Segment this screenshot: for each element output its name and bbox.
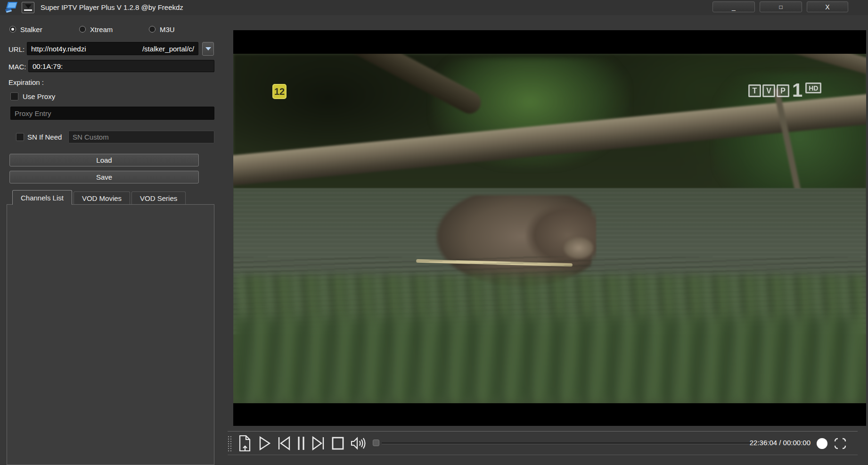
sn-custom-input[interactable] (68, 131, 214, 143)
save-button[interactable]: Save (9, 171, 199, 183)
hd-badge: HD (805, 83, 821, 93)
channel-logo-letter: P (777, 84, 789, 97)
tab-label: VOD Movies (82, 194, 122, 202)
video-frame (233, 54, 866, 403)
use-proxy-checkbox[interactable] (10, 92, 18, 100)
maximize-button[interactable]: □ (760, 1, 802, 12)
channel-logo-letter: T (748, 84, 761, 97)
proxy-entry-input[interactable] (10, 107, 214, 120)
window-title: Super IPTV Player Plus V 1.2.8 @by Freek… (41, 0, 183, 15)
pause-button[interactable] (296, 436, 306, 451)
sn-if-need-row: SN If Need (16, 133, 62, 141)
mode-radio[interactable]: M3U (149, 25, 175, 34)
toolbar-divider (228, 455, 858, 455)
expiration-label: Expiration : (8, 78, 44, 86)
chevron-down-icon (205, 47, 211, 50)
toolbar-divider (228, 431, 858, 432)
video-surface[interactable]: 12 TVP 1 HD (233, 30, 866, 426)
app-window: Super IPTV Player Plus V 1.2.8 @by Freek… (0, 0, 868, 465)
mac-label: MAC: (8, 63, 26, 71)
mode-radio-group: Stalker Xtream M3U (9, 25, 212, 34)
mac-input[interactable] (28, 60, 214, 72)
record-button[interactable] (817, 438, 827, 449)
radio-icon (149, 26, 156, 33)
url-input[interactable]: http://not4y.niedzi /stalker_portal/c/ (27, 42, 198, 55)
volume-button[interactable] (350, 436, 366, 450)
fullscreen-icon (834, 438, 847, 449)
url-value-end: /stalker_portal/c/ (142, 45, 194, 53)
tab-label: VOD Series (140, 194, 177, 202)
tab[interactable]: VOD Series (131, 191, 186, 205)
app-icon (4, 1, 18, 14)
close-button[interactable]: X (807, 1, 848, 12)
sn-if-need-label: SN If Need (27, 133, 62, 141)
url-value-start: http://not4y.niedzi (31, 45, 86, 53)
next-button[interactable] (311, 436, 326, 451)
minimize-button[interactable]: _ (712, 1, 755, 12)
mode-radio-label: Stalker (20, 25, 42, 33)
mode-radio-label: M3U (160, 25, 175, 33)
url-label: URL: (8, 45, 25, 53)
tab[interactable]: Channels List (12, 190, 72, 205)
mode-radio-label: Xtream (90, 25, 113, 33)
load-button[interactable]: Load (9, 154, 199, 166)
tab[interactable]: VOD Movies (74, 191, 130, 205)
seek-slider-thumb[interactable] (373, 440, 379, 446)
time-display: 22:36:04 / 00:00:00 (716, 439, 811, 447)
channels-tab-panel (7, 204, 214, 465)
tab-label: Channels List (21, 194, 64, 202)
play-button[interactable] (258, 436, 271, 451)
player-controls (228, 433, 366, 454)
seek-slider-track[interactable] (382, 442, 750, 444)
use-proxy-label: Use Proxy (23, 92, 55, 100)
menu-underline (24, 9, 32, 11)
tab-bar: Channels List VOD Movies VOD Series (12, 190, 186, 205)
previous-button[interactable] (277, 436, 291, 451)
fullscreen-button[interactable] (833, 437, 847, 450)
menu-dropdown-button[interactable] (22, 2, 34, 13)
chevron-down-icon (25, 4, 32, 8)
open-file-button[interactable] (238, 435, 252, 452)
radio-icon (79, 26, 86, 33)
mode-radio[interactable]: Xtream (79, 25, 149, 34)
url-dropdown-button[interactable] (202, 42, 214, 56)
channel-logo-letter: V (762, 84, 775, 97)
radio-icon (9, 26, 16, 33)
stop-button[interactable] (331, 436, 344, 450)
channel-logo: TVP 1 HD (748, 83, 821, 97)
mode-radio[interactable]: Stalker (9, 25, 79, 34)
age-rating-badge: 12 (272, 84, 287, 99)
toolbar-grip[interactable] (228, 435, 232, 451)
sn-if-need-checkbox[interactable] (16, 133, 24, 141)
titlebar: Super IPTV Player Plus V 1.2.8 @by Freek… (0, 0, 868, 15)
use-proxy-row: Use Proxy (10, 92, 55, 100)
channel-logo-number: 1 (792, 83, 802, 97)
